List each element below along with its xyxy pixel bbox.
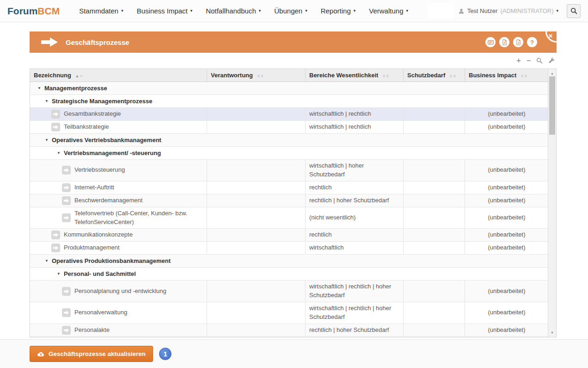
cell-business-impact: (unbearbeitet) — [465, 229, 548, 241]
column-header[interactable]: Bereiche Wesentlichkeit — [306, 69, 404, 81]
panel-icons: P X ? — [485, 37, 537, 47]
cell-verantwortung — [207, 121, 306, 133]
search-icon — [570, 7, 577, 14]
scrollbar-thumb[interactable] — [549, 76, 555, 135]
group-label: Vertriebsmanagement/ -steuerung — [64, 150, 161, 156]
nav-item-label: Notfallhandbuch — [206, 7, 256, 15]
process-link-icon[interactable] — [51, 231, 60, 239]
cell-verantwortung — [207, 324, 306, 337]
collapse-triangle-icon[interactable]: ▼ — [37, 86, 41, 90]
cell-bereiche-wesentlichkeit: wirtschaftlich | rechtlich — [306, 121, 404, 133]
column-header[interactable]: Verantwortung — [207, 69, 306, 81]
cell-schutzbedarf — [404, 181, 465, 194]
logo-part-forum: Forum — [7, 6, 37, 16]
process-link-icon[interactable] — [62, 326, 71, 335]
process-link-icon[interactable] — [51, 243, 60, 252]
tree-group-row[interactable]: ▼ Personal- und Sachmittel — [30, 268, 548, 281]
process-link-icon[interactable] — [62, 183, 71, 192]
process-link-icon[interactable] — [62, 213, 71, 222]
process-link-icon[interactable] — [51, 123, 60, 131]
process-link-icon[interactable] — [62, 196, 71, 205]
add-plus-icon[interactable]: + — [516, 57, 521, 64]
group-label: Personal- und Sachmittel — [64, 270, 136, 277]
panel-close-button[interactable]: ✕ — [540, 31, 557, 46]
remove-minus-icon[interactable]: − — [527, 57, 531, 64]
update-processes-button[interactable]: Geschäftsprozesse aktualisieren — [30, 346, 153, 362]
nav-item[interactable]: Übungen ▾ — [274, 7, 307, 15]
global-search-button[interactable] — [567, 4, 581, 18]
settings-wrench-icon[interactable] — [548, 57, 555, 64]
process-link-icon[interactable] — [62, 166, 71, 175]
process-label: Internet-Auftritt — [74, 183, 114, 192]
cell-business-impact: (unbearbeitet) — [465, 194, 548, 207]
scroll-down-icon[interactable]: ▼ — [548, 330, 556, 336]
chevron-down-icon: ▾ — [406, 9, 408, 13]
table-row[interactable]: Kommunikationskonzepte rechtlich (unbear… — [30, 229, 548, 242]
group-label: Managementprozesse — [44, 85, 107, 92]
process-link-icon[interactable] — [62, 287, 71, 296]
table-row[interactable]: Telefonvertrieb (Call-Center, Kunden- bz… — [30, 207, 548, 229]
cell-verantwortung — [207, 181, 306, 194]
collapse-triangle-icon[interactable]: ▼ — [45, 259, 49, 263]
cell-bereiche-wesentlichkeit: rechtlich — [306, 181, 404, 194]
nav-item-label: Business Impact — [137, 7, 188, 15]
process-label: Personalverwaltung — [74, 308, 127, 317]
details-list-icon[interactable] — [485, 37, 496, 47]
app-logo[interactable]: ForumBCM — [7, 6, 60, 17]
cell-schutzbedarf — [404, 302, 465, 324]
table-row[interactable]: Teilbankstrategie wirtschaftlich | recht… — [30, 121, 548, 134]
vertical-scrollbar[interactable]: ▲ ▼ — [548, 69, 556, 337]
user-menu[interactable]: Test Nutzer (ADMINISTRATOR) ▾ — [458, 7, 558, 14]
column-header[interactable]: Bezeichnung — [30, 69, 207, 81]
cell-bezeichnung: Personalplanung und -entwicklung — [30, 281, 207, 302]
excel-export-icon[interactable]: X — [513, 37, 523, 47]
chevron-down-icon: ▾ — [305, 9, 307, 13]
panel-arrow-icon — [41, 37, 59, 47]
cell-business-impact: (unbearbeitet) — [465, 207, 548, 229]
cell-bezeichnung: Internet-Auftritt — [30, 181, 207, 194]
collapse-triangle-icon[interactable]: ▼ — [57, 151, 61, 155]
nav-item[interactable]: Notfallhandbuch ▾ — [206, 7, 261, 15]
annotation-badge: 1 — [159, 348, 172, 360]
nav-item[interactable]: Verwaltung ▾ — [369, 7, 408, 15]
column-header-label: Verantwortung — [211, 72, 253, 79]
process-link-icon[interactable] — [51, 110, 60, 119]
nav-item[interactable]: Business Impact ▾ — [137, 7, 193, 15]
process-link-icon[interactable] — [62, 308, 71, 317]
tree-group-row[interactable]: ▼ Strategische Managementprozesse — [30, 95, 548, 108]
table-row[interactable]: Personalakte rechtlich | hoher Schutzbed… — [30, 324, 548, 337]
process-label: Personalplanung und -entwicklung — [74, 287, 166, 296]
table-row[interactable]: Vertriebssteuerung wirtschaftlich | hohe… — [30, 160, 548, 181]
tree-group-row[interactable]: ▼ Operatives Produktionsbankmanagement — [30, 255, 548, 268]
collapse-triangle-icon[interactable]: ▼ — [45, 138, 49, 142]
cell-business-impact: (unbearbeitet) — [465, 324, 548, 337]
tree-group-row[interactable]: ▼ Managementprozesse — [30, 82, 548, 95]
collapse-triangle-icon[interactable]: ▼ — [57, 272, 61, 276]
header-search-box[interactable] — [428, 3, 453, 19]
table-row[interactable]: Gesamtbankstrategie wirtschaftlich | rec… — [30, 108, 548, 121]
table-row[interactable]: Beschwerdemanagement rechtlich | hoher S… — [30, 194, 548, 207]
tree-group-row[interactable]: ▼ Vertriebsmanagement/ -steuerung — [30, 147, 548, 160]
scroll-up-icon[interactable]: ▲ — [548, 70, 556, 76]
cell-schutzbedarf — [404, 207, 465, 229]
cell-schutzbedarf — [404, 324, 465, 337]
column-header-label: Schutzbedarf — [407, 72, 445, 79]
table-row[interactable]: Internet-Auftritt rechtlich (unbearbeite… — [30, 181, 548, 194]
cell-bereiche-wesentlichkeit: rechtlich — [306, 229, 404, 241]
table-row[interactable]: Personalplanung und -entwicklung wirtsch… — [30, 281, 548, 302]
nav-items: Stammdaten ▾ Business Impact ▾ Notfallha… — [79, 7, 408, 15]
pdf-export-icon[interactable]: P — [499, 37, 509, 47]
tree-group-row[interactable]: ▼ Operatives Vertriebsbankmanagement — [30, 134, 548, 147]
close-icon: ✕ — [548, 33, 553, 39]
cell-schutzbedarf — [404, 281, 465, 302]
table-row[interactable]: Produktmanagement wirtschaftlich (unbear… — [30, 242, 548, 255]
column-header[interactable]: Business Impact — [465, 69, 548, 81]
cell-bezeichnung: Vertriebssteuerung — [30, 160, 207, 181]
toolbar-search-icon[interactable] — [536, 57, 543, 64]
table-row[interactable]: Personalverwaltung wirtschaftlich | rech… — [30, 302, 548, 324]
help-icon[interactable]: ? — [527, 37, 537, 47]
column-header[interactable]: Schutzbedarf — [404, 69, 465, 81]
nav-item[interactable]: Reporting ▾ — [321, 7, 356, 15]
collapse-triangle-icon[interactable]: ▼ — [45, 99, 49, 103]
nav-item[interactable]: Stammdaten ▾ — [79, 7, 123, 15]
